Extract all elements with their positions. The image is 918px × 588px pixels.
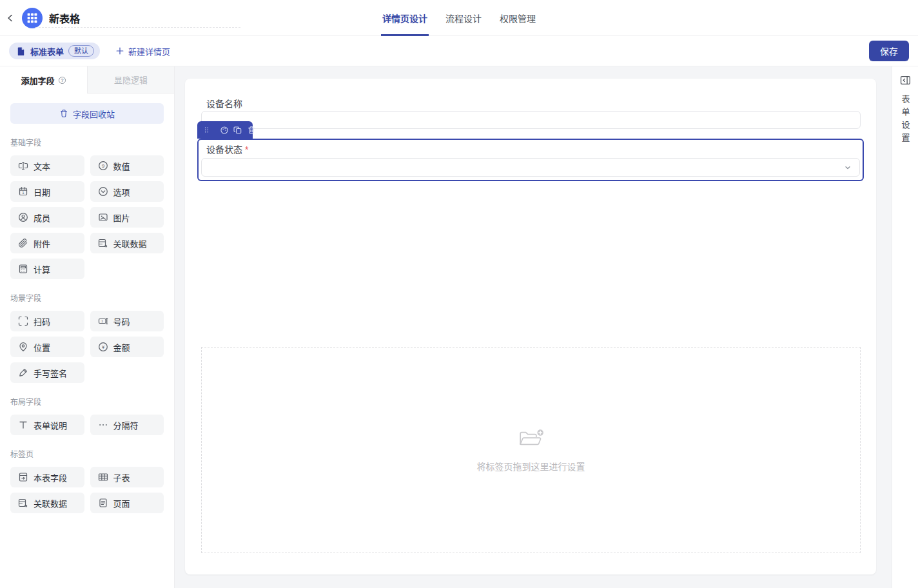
device-status-select[interactable] (201, 158, 860, 177)
scene-fields-grid: 扫码 1 号码 位置 ¥ 金额 (10, 311, 164, 383)
recycle-bin-label: 字段回收站 (73, 108, 115, 120)
option-icon (98, 186, 108, 197)
location-icon (18, 342, 28, 352)
tab-visibility-logic[interactable]: 显隐逻辑 (87, 66, 174, 93)
field-chip-option[interactable]: 选项 (90, 181, 164, 202)
save-button[interactable]: 保存 (869, 41, 909, 61)
selected-field-device-status[interactable]: 设备状态* (197, 139, 864, 181)
form-canvas[interactable]: 设备名称 设备状态* (185, 79, 876, 574)
calculator-icon (18, 264, 28, 274)
divider-icon (98, 420, 108, 430)
field-chip-linked-data-tab[interactable]: 关联数据 (10, 493, 84, 513)
dropzone-hint: 将标签页拖到这里进行设置 (477, 460, 585, 473)
section-basic-fields: 基础字段 (10, 137, 164, 148)
svg-text:¥: ¥ (101, 344, 104, 350)
field-chip-scan[interactable]: 扫码 (10, 311, 84, 331)
section-scene-fields: 场景字段 (10, 292, 164, 303)
scan-icon (18, 316, 28, 326)
sheet-field-icon (18, 472, 28, 482)
member-icon (18, 212, 28, 222)
field-chip-divider[interactable]: 分隔符 (90, 415, 164, 435)
main-tabs: 详情页设计 流程设计 权限管理 (381, 0, 537, 36)
drag-handle[interactable] (202, 126, 211, 134)
chip-label: 手写签名 (34, 367, 67, 379)
signature-icon (18, 368, 28, 378)
attachment-icon (18, 238, 28, 248)
field-chip-number[interactable]: 9 数值 (90, 155, 164, 176)
date-icon: 1 (18, 186, 28, 197)
chip-label: 选项 (113, 186, 130, 198)
field-chip-subtable[interactable]: 子表 (90, 467, 164, 487)
chip-label: 成员 (34, 211, 50, 224)
chip-label: 日期 (34, 186, 50, 198)
chip-label: 扫码 (34, 315, 50, 328)
title-edit-underline (35, 27, 240, 28)
form-designer-app: 新表格 详情页设计 流程设计 权限管理 标准表单 默认 新建详情页 保存 添加字… (0, 0, 918, 588)
page-icon (98, 498, 108, 508)
field-recycle-bin-button[interactable]: 字段回收站 (10, 103, 164, 124)
field-chip-amount[interactable]: ¥ 金额 (90, 337, 164, 357)
chip-label: 关联数据 (34, 497, 67, 509)
number-pad-icon: 1 (98, 316, 108, 326)
basic-fields-grid: 文本 9 数值 1 日期 选项 (10, 155, 164, 279)
back-button[interactable] (5, 13, 15, 23)
field-chip-date[interactable]: 1 日期 (10, 181, 84, 202)
sidebar-content: 字段回收站 基础字段 文本 9 数值 1 日期 (0, 93, 174, 520)
form-settings-label: 表单设置 (899, 95, 912, 146)
tab-detail-page-design[interactable]: 详情页设计 (381, 0, 429, 36)
linked-data-icon (18, 498, 28, 508)
new-detail-page-button[interactable]: 新建详情页 (115, 45, 170, 57)
help-icon[interactable]: ? (58, 76, 66, 84)
field-chip-member[interactable]: 成员 (10, 207, 84, 228)
field-chip-image[interactable]: 图片 (90, 207, 164, 228)
field-chip-sheet-fields[interactable]: 本表字段 (10, 467, 84, 487)
device-name-input[interactable] (201, 111, 861, 129)
tab-flow-design[interactable]: 流程设计 (444, 0, 483, 36)
field-chip-location[interactable]: 位置 (10, 337, 84, 357)
field-chip-linked-data[interactable]: 关联数据 (90, 233, 164, 253)
tab-add-fields-label: 添加字段 (21, 74, 54, 86)
palette-icon[interactable] (220, 126, 229, 135)
chip-label: 附件 (34, 237, 50, 250)
svg-text:9: 9 (101, 163, 104, 169)
section-layout-fields: 布局字段 (10, 396, 164, 407)
tab-add-fields[interactable]: 添加字段 ? (0, 66, 87, 93)
field-chip-attachment[interactable]: 附件 (10, 233, 84, 253)
copy-icon[interactable] (233, 126, 242, 135)
new-detail-page-label: 新建详情页 (128, 45, 170, 57)
chip-label: 位置 (34, 341, 50, 353)
field-chip-page[interactable]: 页面 (90, 493, 164, 513)
page-title[interactable]: 新表格 (49, 10, 80, 26)
chip-label: 号码 (113, 315, 130, 328)
chip-label: 图片 (113, 211, 130, 224)
standard-form-pill[interactable]: 标准表单 默认 (9, 43, 100, 59)
field-sidebar: 添加字段 ? 显隐逻辑 字段回收站 基础字段 文本 (0, 66, 175, 588)
field-chip-form-note[interactable]: 表单说明 (10, 415, 84, 435)
form-text-icon (18, 420, 28, 430)
field-chip-calculate[interactable]: 计算 (10, 259, 84, 279)
designer-main: 添加字段 ? 显隐逻辑 字段回收站 基础字段 文本 (0, 66, 918, 588)
field-chip-signature[interactable]: 手写签名 (10, 362, 84, 383)
delete-icon[interactable] (247, 126, 256, 135)
field-label-device-status: 设备状态* (206, 143, 248, 156)
chip-label: 计算 (34, 263, 50, 275)
header-left: 新表格 (0, 8, 80, 28)
chip-label: 文本 (34, 160, 50, 172)
field-chip-phone-number[interactable]: 1 号码 (90, 311, 164, 331)
form-settings-rail: 表单设置 (892, 66, 918, 588)
chip-label: 表单说明 (34, 419, 67, 431)
tab-page-dropzone[interactable]: 将标签页拖到这里进行设置 (201, 347, 861, 553)
app-header: 新表格 详情页设计 流程设计 权限管理 (0, 0, 918, 36)
number-icon: 9 (98, 161, 108, 171)
field-chip-text[interactable]: 文本 (10, 155, 84, 176)
default-badge: 默认 (68, 45, 94, 57)
panel-collapse-icon[interactable] (900, 75, 911, 86)
tab-permission-management[interactable]: 权限管理 (498, 0, 537, 36)
svg-text:?: ? (61, 77, 63, 82)
chip-label: 本表字段 (34, 471, 67, 484)
plus-icon (115, 46, 124, 55)
chip-label: 页面 (113, 497, 130, 509)
selected-field-toolbar (197, 121, 253, 139)
linked-data-icon (98, 238, 108, 248)
device-status-label-text: 设备状态 (206, 144, 242, 155)
